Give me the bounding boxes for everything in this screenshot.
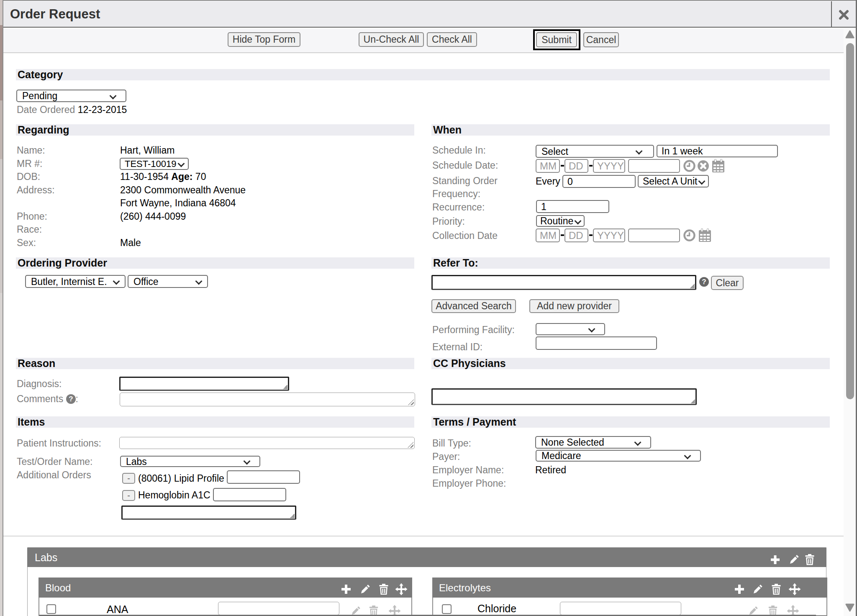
svg-text:?: ? <box>69 395 73 403</box>
svg-text:?: ? <box>702 278 706 286</box>
